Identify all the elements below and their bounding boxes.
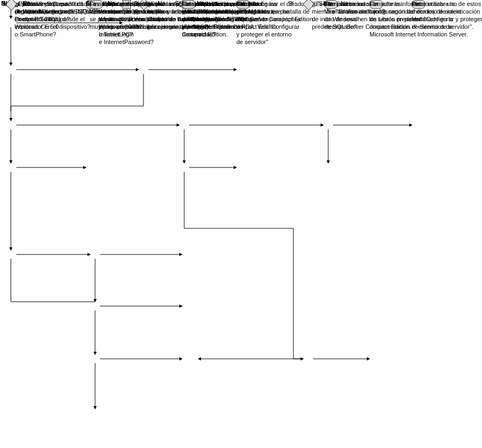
a14-text: Consulte la información sobre la configu… xyxy=(370,0,468,38)
edge-si: Sí xyxy=(2,0,7,7)
edge-si: Sí xyxy=(288,0,293,7)
q14-text: ¿Es este usuario un miembro del dominio … xyxy=(312,0,367,30)
a15-text: La autenticación de Windows integrada no… xyxy=(90,0,239,30)
q10-text: ¿Están IIS y el servidor SQL Server en e… xyxy=(15,0,70,23)
